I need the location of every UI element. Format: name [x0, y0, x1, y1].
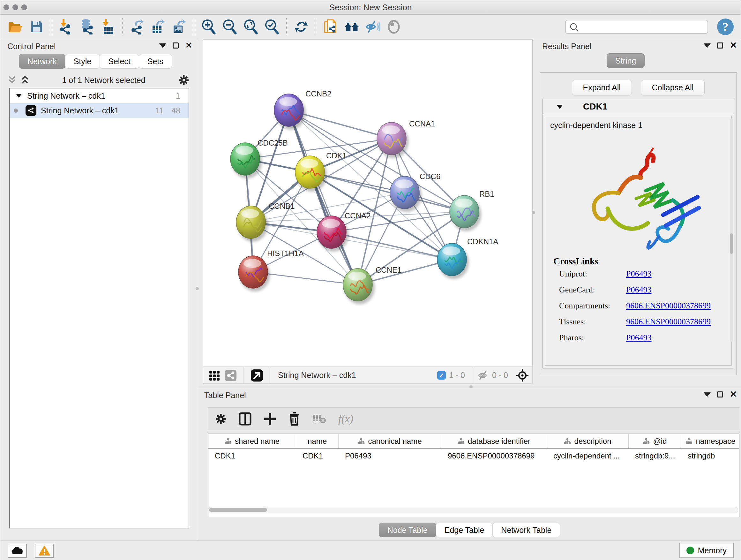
crosslink-link[interactable]: 9606.ENSP00000378699 — [626, 317, 711, 327]
column-header-shared-name[interactable]: shared name — [208, 434, 296, 448]
protein-structure-image — [567, 136, 708, 258]
network-node-CCNA1[interactable] — [377, 122, 408, 158]
import-network-icon[interactable] — [58, 18, 73, 35]
network-row-selected[interactable]: String Network – cdk1 11 48 — [10, 103, 189, 118]
table-hscrollbar-track[interactable] — [208, 507, 738, 513]
cloud-status-button[interactable] — [8, 544, 27, 558]
tab-string[interactable]: String — [607, 53, 645, 68]
open-folder-icon[interactable] — [8, 18, 23, 35]
tab-select[interactable]: Select — [99, 54, 139, 69]
maximize-panel-icon[interactable] — [717, 43, 723, 49]
tab-network[interactable]: Network — [19, 54, 65, 69]
table-row[interactable]: CDK1CDK1P064939606.ENSP00000378699cyclin… — [208, 449, 739, 463]
zoom-fit-icon[interactable] — [243, 18, 259, 35]
tab-style[interactable]: Style — [65, 54, 100, 69]
zoom-selected-icon[interactable] — [264, 18, 280, 35]
selected-node-edge-counts: 1 - 0 — [449, 371, 465, 380]
show-hidden-icon[interactable] — [386, 18, 401, 35]
collapse-all-button[interactable]: Collapse All — [641, 80, 705, 96]
birds-eye-view-icon[interactable] — [516, 369, 529, 382]
toolbar-separator — [51, 18, 51, 36]
results-scrollbar-thumb[interactable] — [730, 233, 733, 254]
network-node-HIST1H1A[interactable] — [239, 256, 270, 292]
memory-button[interactable]: Memory — [679, 543, 734, 558]
column-header--id[interactable]: @id — [629, 434, 681, 448]
save-session-icon[interactable] — [29, 18, 44, 35]
delete-column-icon[interactable] — [288, 412, 300, 426]
import-database-icon[interactable] — [79, 18, 94, 35]
column-header-canonical-name[interactable]: canonical name — [339, 434, 441, 448]
close-panel-icon[interactable]: ✕ — [730, 391, 737, 397]
gene-section-header[interactable]: CDK1 — [543, 99, 734, 114]
control-panel-title: Control Panel — [7, 42, 56, 51]
crosslink-link[interactable]: P06493 — [626, 269, 651, 279]
close-panel-icon[interactable]: ✕ — [730, 43, 737, 49]
column-header-database-identifier[interactable]: database identifier — [441, 434, 547, 448]
grid-view-icon[interactable] — [209, 370, 220, 381]
tab-node-table[interactable]: Node Table — [379, 523, 436, 537]
maximize-panel-icon[interactable] — [173, 43, 179, 49]
network-graph[interactable]: CCNB2 CCNA1 CDC25B CDK1 CDC6 — [203, 40, 532, 367]
network-node-CDKN1A[interactable] — [437, 243, 469, 279]
tab-network-table[interactable]: Network Table — [492, 523, 560, 537]
table-hscrollbar-thumb[interactable] — [209, 508, 267, 512]
separator — [244, 367, 244, 383]
memory-label: Memory — [698, 546, 727, 555]
export-image-icon[interactable] — [172, 18, 187, 35]
copy-style-icon[interactable] — [323, 18, 338, 35]
network-node-CDK1[interactable] — [295, 156, 327, 192]
refresh-icon[interactable] — [293, 18, 309, 35]
network-node-CCNA2[interactable] — [317, 216, 348, 252]
right-splitter-handle[interactable] — [532, 211, 535, 214]
hidden-eye-slash-icon — [477, 371, 489, 380]
column-header-name[interactable]: name — [296, 434, 339, 448]
window-title: Session: New Session — [0, 0, 741, 14]
toolbar-separator — [316, 18, 316, 36]
maximize-panel-icon[interactable] — [717, 391, 723, 397]
selected-checkbox-icon[interactable]: ✓ — [437, 371, 446, 380]
show-columns-icon[interactable] — [239, 412, 252, 426]
node-label-CCNA2: CCNA2 — [345, 211, 370, 220]
left-splitter-handle[interactable] — [196, 287, 199, 290]
home-icon[interactable] — [344, 18, 359, 35]
export-network-icon[interactable] — [130, 18, 145, 35]
network-node-CCNB2[interactable] — [274, 94, 306, 130]
close-panel-icon[interactable]: ✕ — [185, 43, 192, 49]
zoom-out-icon[interactable] — [222, 18, 238, 35]
expand-all-networks-icon[interactable] — [21, 75, 29, 85]
float-panel-icon[interactable] — [704, 44, 711, 48]
network-node-RB1[interactable] — [450, 195, 481, 231]
crosslinks-section: CrossLinks Uniprot: P06493GeneCard: P064… — [553, 256, 726, 349]
network-node-CDC6[interactable] — [390, 176, 421, 212]
export-table-icon[interactable] — [151, 18, 166, 35]
network-share-view-icon[interactable] — [225, 370, 237, 381]
open-in-new-window-icon[interactable] — [251, 369, 263, 381]
table-settings-gear-icon[interactable] — [215, 413, 226, 425]
network-view-toolbar: String Network – cdk1 ✓ 1 - 0 0 - 0 — [203, 367, 533, 384]
tab-edge-table[interactable]: Edge Table — [436, 523, 493, 537]
help-button[interactable]: ? — [717, 18, 734, 35]
network-collection-row[interactable]: String Network – cdk1 1 — [10, 88, 189, 103]
collapse-all-networks-icon[interactable] — [8, 75, 16, 85]
crosslink-link[interactable]: P06493 — [626, 333, 651, 343]
crosslink-link[interactable]: 9606.ENSP00000378699 — [626, 301, 711, 311]
network-node-CDC25B[interactable] — [230, 143, 262, 179]
float-panel-icon[interactable] — [704, 392, 711, 397]
float-panel-icon[interactable] — [159, 44, 166, 48]
tab-sets[interactable]: Sets — [139, 54, 172, 69]
network-options-gear-icon[interactable] — [179, 75, 189, 85]
crosslink-link[interactable]: P06493 — [626, 285, 651, 295]
network-canvas[interactable]: CCNB2 CCNA1 CDC25B CDK1 CDC6 — [203, 39, 533, 367]
network-node-CCNE1[interactable] — [343, 268, 375, 304]
results-scrollbar-track[interactable] — [730, 118, 733, 342]
warning-status-button[interactable] — [35, 544, 54, 558]
import-table-icon[interactable] — [100, 18, 116, 35]
zoom-in-icon[interactable] — [201, 18, 216, 35]
column-header-description[interactable]: description — [547, 434, 629, 448]
gene-description: cyclin-dependent kinase 1 — [550, 121, 731, 130]
expand-all-button[interactable]: Expand All — [572, 80, 632, 96]
column-header-namespace[interactable]: namespace — [681, 434, 739, 448]
search-input[interactable] — [565, 20, 708, 34]
add-column-icon[interactable] — [264, 413, 276, 425]
hide-selected-icon[interactable] — [365, 18, 381, 35]
